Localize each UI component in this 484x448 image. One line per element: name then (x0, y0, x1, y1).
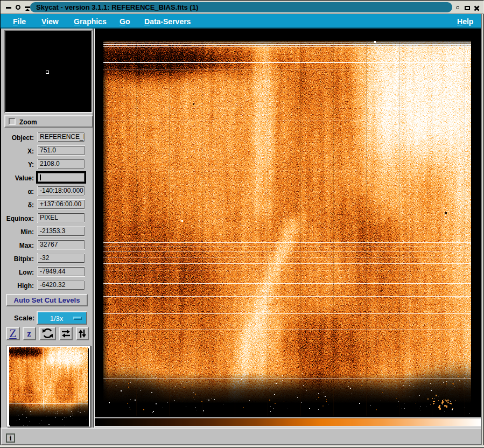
svg-text:z: z (27, 328, 31, 339)
svg-text:Z: Z (9, 328, 16, 339)
